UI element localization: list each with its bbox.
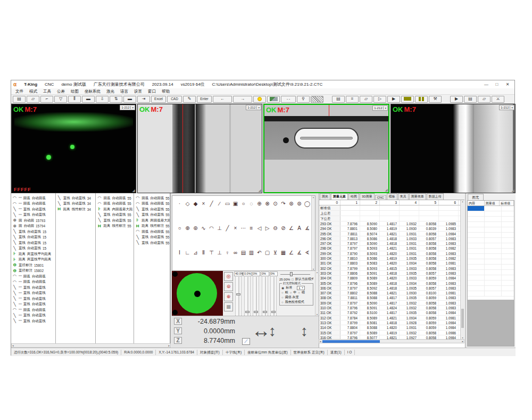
scroll-right-icon[interactable]: ▸: [168, 344, 170, 347]
slider-thumb[interactable]: [271, 311, 276, 313]
table-row[interactable]: 293 OK7.87968.50901.48171.09320.80581.09…: [319, 221, 460, 226]
tab-夹具[interactable]: 夹具: [398, 193, 409, 200]
list-item[interactable]: H距离线性标注55: [96, 224, 134, 229]
palette-tool-icon[interactable]: ∞: [231, 249, 239, 274]
results-vscrollbar[interactable]: ▴ ▾: [460, 200, 464, 339]
palette-tool-icon[interactable]: ▣: [231, 200, 239, 225]
palette-tool-icon[interactable]: ⊕: [184, 225, 192, 249]
open-button[interactable]: ▱: [27, 96, 39, 103]
list-item[interactable]: ⊖直径标注15802: [11, 268, 55, 274]
palette-tool-icon[interactable]: ∡: [303, 225, 311, 249]
gray-panel2-button[interactable]: ▬: [123, 96, 136, 103]
stop-button[interactable]: [401, 96, 414, 103]
palette-tool-icon[interactable]: ∡: [295, 249, 303, 274]
table-row[interactable]: 316 OK7.87968.50771.48211.09270.80581.09…: [319, 335, 460, 339]
palette-tool-icon[interactable]: ○: [176, 225, 184, 249]
palette-tool-icon[interactable]: ⊥: [215, 225, 223, 249]
jog-right-button[interactable]: →: [233, 96, 252, 103]
palette-tool-icon[interactable]: ↷: [279, 200, 287, 225]
list-item[interactable]: ╲***直线自动直线: [11, 207, 55, 212]
list-item[interactable]: ◠***圆弧自动圆弧: [11, 279, 55, 285]
stage-button[interactable]: ⌐: [40, 96, 53, 103]
jog-xy-arrows-vertical[interactable]: ↕: [269, 318, 276, 344]
pattern-button[interactable]: [311, 96, 323, 103]
element-row[interactable]: [468, 259, 514, 265]
table-row-fixed[interactable]: 下公差: [319, 216, 460, 221]
palette-tool-icon[interactable]: A: [295, 225, 303, 249]
table-row[interactable]: 306 OK7.87978.50921.48181.09350.80571.09…: [319, 286, 460, 291]
list-item[interactable]: ◠***圆弧自动圆弧: [11, 307, 55, 313]
scroll-right-icon[interactable]: ▸: [462, 340, 463, 343]
palette-tool-icon[interactable]: ▦: [279, 249, 287, 274]
slider-thumb[interactable]: [245, 311, 250, 313]
table-row[interactable]: 296 OK7.88138.50861.48181.09330.80571.09…: [319, 236, 460, 241]
list-item[interactable]: ◠圆弧自动圆弧55: [96, 201, 134, 207]
channel-dropdown[interactable]: 1▾: [297, 286, 305, 290]
list-item[interactable]: ⊦距离两直线平均距离: [11, 251, 55, 257]
x-axis-button[interactable]: X: [174, 318, 182, 325]
probe-down-button[interactable]: ⇩: [96, 96, 109, 103]
camera-zoom-select[interactable]: 1-212▾: [372, 105, 388, 111]
palette-tool-icon[interactable]: ⊛: [192, 225, 200, 249]
palette-tool-icon[interactable]: ⊛: [287, 200, 295, 225]
table-row[interactable]: 294 OK7.88018.50801.48191.09300.80391.09…: [319, 226, 460, 231]
list-item[interactable]: ╲直线自动直线34: [56, 195, 96, 201]
table-row[interactable]: 311 OK7.87928.51001.48171.09350.80581.09…: [319, 310, 460, 315]
lists-hscrollbar[interactable]: ◂ ▸: [11, 343, 171, 348]
table-row[interactable]: 307 OK7.88028.50881.48211.09300.81001.09…: [319, 291, 460, 295]
updown-button[interactable]: ⇅: [110, 96, 122, 103]
camera-zoom-select[interactable]: 1-212▾: [499, 105, 514, 110]
zoom-tool-button[interactable]: ⚲: [297, 96, 310, 103]
open-program-button[interactable]: ▱: [360, 96, 372, 103]
palette-tool-icon[interactable]: ↶: [255, 249, 263, 274]
palette-tool-icon[interactable]: ╱: [223, 225, 231, 249]
light-bulb-button[interactable]: [253, 96, 266, 103]
slider-thumb[interactable]: [236, 293, 240, 295]
palette-tool-icon[interactable]: ⊜: [295, 200, 303, 225]
pen-button[interactable]: ✎: [183, 96, 196, 103]
palette-tool-icon[interactable]: ∢: [303, 249, 311, 274]
palette-tool-icon[interactable]: ⊥: [215, 249, 223, 274]
element-tab[interactable]: 图元: [468, 194, 484, 200]
list-item[interactable]: ╲直线自动直线15: [11, 229, 55, 235]
table-row[interactable]: 298 OK7.87978.50931.48211.09310.80581.09…: [319, 246, 460, 251]
palette-tool-icon[interactable]: ∟: [184, 249, 192, 274]
list-item[interactable]: ◠圆弧自动圆弧55: [134, 229, 170, 235]
enter-button[interactable]: Enter: [197, 96, 212, 103]
radio-off-icon[interactable]: ○: [281, 291, 284, 294]
table-row[interactable]: 301 OK7.88038.50831.48201.09340.80581.09…: [319, 261, 460, 266]
scroll-thumb[interactable]: [461, 309, 464, 328]
light-segment-button-4[interactable]: ▩: [224, 302, 233, 311]
tab-测光[interactable]: 测光: [320, 193, 330, 200]
list-item[interactable]: ╲***直线自动直线: [11, 285, 55, 291]
slider-thumb[interactable]: [290, 272, 293, 276]
menu-item-激光[interactable]: 激光: [106, 89, 114, 94]
column-button[interactable]: Ⅱ: [68, 96, 81, 103]
list-item[interactable]: ⊦距离两圆弧最大距: [134, 218, 170, 224]
element-row[interactable]: [468, 286, 514, 291]
table-row[interactable]: 314 OK7.88048.50881.48201.09310.80591.09…: [319, 325, 460, 330]
element-row[interactable]: [468, 222, 514, 227]
palette-tool-icon[interactable]: ∿: [200, 225, 207, 249]
slider-track[interactable]: [270, 277, 277, 316]
run-button[interactable]: ▷: [373, 96, 386, 103]
palette-tool-icon[interactable]: Ⅱ: [200, 249, 207, 274]
element-row[interactable]: [468, 254, 514, 259]
list-item[interactable]: ◠圆弧自动圆弧55: [96, 195, 134, 201]
element-row[interactable]: [468, 227, 514, 233]
list-item[interactable]: ◠***圆弧自动圆弧: [11, 201, 55, 207]
list-item[interactable]: ◠圆弧自动圆弧55: [134, 195, 170, 201]
palette-tool-icon[interactable]: ∕: [215, 200, 223, 225]
list-item[interactable]: ╲***直线自动直线: [11, 291, 55, 297]
palette-tool-icon[interactable]: ×: [231, 225, 239, 249]
scroll-left-icon[interactable]: ◂: [320, 340, 321, 343]
pause-button[interactable]: [415, 96, 428, 103]
list-item[interactable]: H距离线性标注55: [134, 224, 170, 229]
camera-3-selected[interactable]: OKM:7 1-212▾ ◢: [263, 104, 389, 193]
jog-xy-arrows[interactable]: ↔: [252, 317, 271, 344]
list-item[interactable]: ╲直线自动直线55: [134, 240, 170, 246]
list-item[interactable]: ⊖直径标注15801: [11, 262, 55, 268]
slider-track[interactable]: [253, 277, 259, 316]
y-axis-button[interactable]: Y: [174, 327, 182, 334]
resize-handle-icon[interactable]: ◢: [259, 188, 261, 193]
